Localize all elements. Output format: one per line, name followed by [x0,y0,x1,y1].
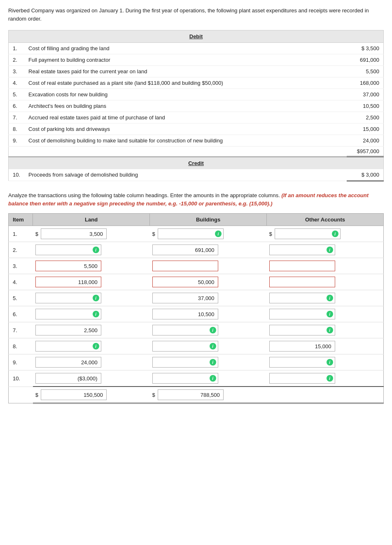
analysis-cell-info: i [33,242,150,258]
analysis-cell-info: i [150,354,267,370]
row-num: 10. [9,169,25,181]
analysis-cell-value [267,258,384,274]
row-amount: 5,500 [347,66,384,77]
analysis-cell-value: 5,500 [33,258,150,274]
analysis-cell-info: i [267,370,384,387]
cell-value: 118,000 [78,279,99,285]
row-number: 3. [9,258,33,274]
analysis-cell-value: 118,000 [33,274,150,290]
info-button[interactable]: i [210,375,216,382]
dollar-sign: $ [269,231,272,237]
analysis-row: 8.ii15,000 [9,338,384,354]
row-number: 1. [9,226,33,242]
info-button[interactable]: i [332,231,338,237]
info-button[interactable]: i [210,327,216,333]
cell-value: 3,500 [89,231,105,237]
info-button[interactable]: i [327,375,333,382]
info-button[interactable]: i [327,295,333,301]
debit-row: 8. Cost of parking lots and driveways 15… [9,123,384,135]
info-button[interactable]: i [327,247,333,253]
row-amount: 37,000 [347,89,384,100]
cell-value: 2,500 [84,327,99,333]
analysis-cell-value: 50,000 [150,274,267,290]
analysis-cell-info: i [150,370,267,387]
cell-value: ($3,000) [77,375,99,382]
row-desc: Architect's fees on building plans [24,100,346,112]
info-button[interactable]: i [327,359,333,366]
analysis-row: 1.$3,500$i$i [9,226,384,242]
analysis-cell-info: i [267,290,384,306]
row-desc: Cost of demolishing building to make lan… [24,135,346,147]
debit-row: 2. Full payment to building contractor 6… [9,54,384,66]
cell-value: 50,000 [198,279,216,285]
transaction-table: Debit 1. Cost of filling and grading the… [8,30,384,182]
cell-value: 10,500 [198,311,216,317]
row-number: 6. [9,306,33,322]
row-amount: $ 3,500 [347,43,384,54]
debit-row: 1. Cost of filling and grading the land … [9,43,384,54]
debit-row: 5. Excavation costs for new building 37,… [9,89,384,100]
row-number: 10. [9,370,33,387]
info-button[interactable]: i [93,343,99,349]
debit-total: $957,000 [347,147,384,157]
row-desc: Real estate taxes paid for the current y… [24,66,346,77]
buildings-total-dollar: $ [152,392,155,398]
analysis-table: Item Land Buildings Other Accounts 1.$3,… [8,213,384,404]
row-amount: 691,000 [347,54,384,66]
info-button[interactable]: i [327,327,333,333]
instructions: Analyze the transactions using the follo… [8,191,384,207]
analysis-row: 5.i37,000i [9,290,384,306]
cell-value: 37,000 [198,295,216,301]
instructions-text1: Analyze the transactions using the follo… [8,192,280,198]
row-number: 5. [9,290,33,306]
debit-row: 6. Architect's fees on building plans 10… [9,100,384,112]
land-total-dollar: $ [35,392,38,398]
col-item-header: Item [9,214,33,226]
info-button[interactable]: i [93,311,99,317]
row-amount: $ 3,000 [347,169,384,181]
analysis-cell-info: i [150,322,267,338]
row-num: 6. [9,100,25,112]
row-amount: 24,000 [347,135,384,147]
analysis-cell-value [267,274,384,290]
row-amount: 15,000 [347,123,384,135]
cell-value: 15,000 [315,343,333,349]
row-num: 1. [9,43,25,54]
analysis-total-row: $ 150,500 $ 788,500 [9,387,384,403]
cell-value: 691,000 [195,247,216,253]
row-desc: Full payment to building contractor [24,54,346,66]
analysis-cell-info: $i [267,226,384,242]
info-button[interactable]: i [215,231,222,237]
row-num: 7. [9,112,25,123]
analysis-cell-value: 10,500 [150,306,267,322]
analysis-cell-info: i [267,322,384,338]
credit-header: Credit [9,157,384,170]
land-total-value: 150,500 [84,392,105,398]
analysis-cell-info: i [267,354,384,370]
dollar-sign: $ [152,231,155,237]
analysis-cell-value: ($3,000) [33,370,150,387]
row-amount: 10,500 [347,100,384,112]
analysis-cell-value: 37,000 [150,290,267,306]
row-amount: 2,500 [347,112,384,123]
analysis-row: 4.118,00050,000 [9,274,384,290]
analysis-cell-info: i [267,242,384,258]
analysis-row: 6.i10,500i [9,306,384,322]
analysis-cell-info: i [150,338,267,354]
info-button[interactable]: i [327,311,333,317]
analysis-cell-info: i [33,290,150,306]
col-other-header: Other Accounts [267,214,384,226]
row-num: 9. [9,135,25,147]
info-button[interactable]: i [93,295,99,301]
row-num: 8. [9,123,25,135]
row-number: 8. [9,338,33,354]
debit-row: 9. Cost of demolishing building to make … [9,135,384,147]
analysis-row: 7.2,500ii [9,322,384,338]
row-number: 2. [9,242,33,258]
info-button[interactable]: i [210,343,216,349]
row-number: 7. [9,322,33,338]
info-button[interactable]: i [93,247,99,253]
analysis-cell-info: $i [150,226,267,242]
buildings-total-value: 788,500 [201,392,222,398]
info-button[interactable]: i [210,359,216,366]
